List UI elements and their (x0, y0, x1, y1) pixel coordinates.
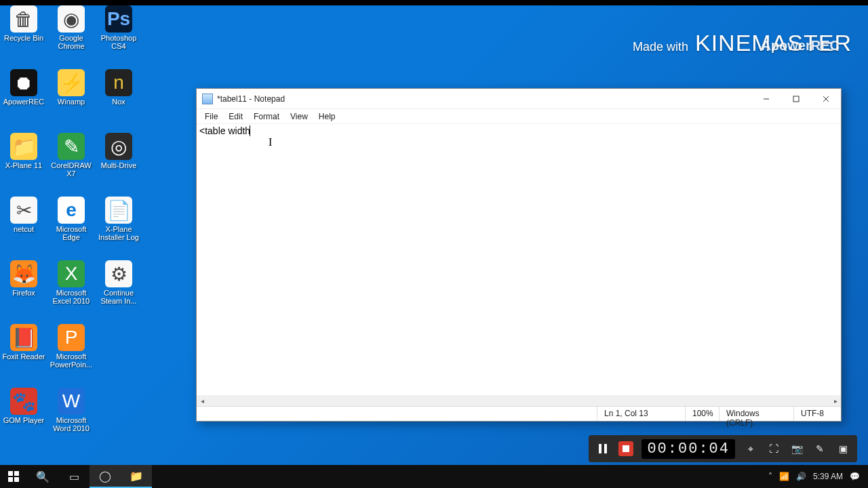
tray-notifications-icon[interactable]: 💬 (850, 472, 860, 481)
recorder-target-button[interactable]: ⌖ (743, 441, 758, 456)
desktop-icon-label: Foxit Reader (0, 352, 47, 361)
photoshop-cs4-icon: Ps (105, 5, 132, 33)
firefox-icon: 🦊 (10, 260, 37, 287)
desktop-icon-word-2010[interactable]: WMicrosoft Word 2010 (47, 388, 95, 432)
taskview-icon: ▭ (69, 470, 79, 483)
horizontal-scrollbar[interactable]: ◂ ▸ (197, 395, 841, 406)
stop-icon (623, 445, 629, 452)
desktop-icon-nox[interactable]: nNox (95, 69, 142, 106)
notepad-title: *tabel11 - Notepad (217, 94, 751, 104)
recorder-annotate-button[interactable]: ✎ (812, 441, 827, 456)
desktop-icon-powerpoint-2010[interactable]: PMicrosoft PowerPoin... (47, 324, 95, 369)
multi-drive-icon: ◎ (105, 133, 132, 160)
notepad-titlebar[interactable]: *tabel11 - Notepad (197, 89, 841, 109)
svg-rect-6 (623, 445, 629, 452)
desktop-icon-continue-steam[interactable]: ⚙Continue Steam In... (95, 260, 142, 305)
desktop-icon-recycle-bin[interactable]: 🗑Recycle Bin (0, 5, 47, 42)
target-icon: ⌖ (748, 443, 753, 455)
menu-edit[interactable]: Edit (223, 110, 248, 123)
desktop-icon-google-chrome[interactable]: ◉Google Chrome (47, 5, 95, 50)
taskbar-explorer-button[interactable]: 📁 (121, 465, 152, 488)
maximize-button[interactable] (781, 89, 811, 108)
system-tray[interactable]: ˄ 📶 🔊 5:39 AM 💬 (760, 472, 868, 481)
menu-view[interactable]: View (285, 110, 313, 123)
desktop-icon-label: X-Plane 11 (0, 161, 47, 169)
tray-clock[interactable]: 5:39 AM (813, 472, 843, 481)
desktop[interactable]: Made with KINEMASTER ApowerREC 🗑Recycle … (0, 5, 868, 465)
desktop-icon-apowerrec[interactable]: ⏺ApowerREC (0, 69, 47, 106)
recorder-toolbar[interactable]: 00:00:04 ⌖ ⛶ 📷 ✎ ▣ (589, 435, 857, 462)
search-icon: 🔍 (36, 470, 50, 483)
desktop-icon-label: netcut (0, 225, 47, 233)
desktop-icon-xplane11[interactable]: 📁X-Plane 11 (0, 133, 47, 169)
stop-button[interactable] (618, 441, 633, 456)
pencil-icon: ✎ (816, 443, 824, 454)
status-eol: Windows (CRLF) (719, 407, 793, 421)
pause-button[interactable] (595, 441, 610, 456)
desktop-icon-label: Microsoft Word 2010 (47, 416, 95, 432)
watermark: Made with KINEMASTER ApowerREC (633, 30, 852, 56)
scroll-right-icon[interactable]: ▸ (830, 395, 841, 406)
status-encoding: UTF-8 (793, 407, 841, 421)
winamp-icon: ⚡ (58, 69, 85, 96)
xplane-installer-log-icon: 📄 (105, 197, 132, 224)
menu-help[interactable]: Help (313, 110, 341, 123)
notepad-menubar: File Edit Format View Help (197, 109, 841, 124)
editor-content: <table width (199, 125, 250, 136)
status-caret-pos: Ln 1, Col 13 (597, 407, 685, 421)
notepad-window[interactable]: *tabel11 - Notepad File Edit Format View… (196, 88, 842, 422)
desktop-icon-gom-player[interactable]: 🐾GOM Player (0, 388, 47, 424)
desktop-icon-winamp[interactable]: ⚡Winamp (47, 69, 95, 106)
taskbar-cortana-button[interactable]: ◯ (90, 465, 121, 488)
folder-icon: 📁 (130, 470, 143, 483)
google-chrome-icon: ◉ (58, 5, 85, 33)
desktop-icon-photoshop-cs4[interactable]: PsPhotoshop CS4 (95, 5, 142, 50)
desktop-icon-xplane-installer-log[interactable]: 📄X-Plane Installer Log (95, 197, 142, 241)
pause-icon (599, 444, 607, 453)
taskbar-search-button[interactable]: 🔍 (27, 465, 58, 488)
svg-rect-4 (599, 444, 601, 453)
desktop-icon-coreldraw-x7[interactable]: ✎CorelDRAW X7 (47, 133, 95, 178)
desktop-icon-microsoft-edge[interactable]: eMicrosoft Edge (47, 197, 95, 241)
desktop-icon-label: Microsoft PowerPoin... (47, 352, 95, 369)
status-zoom: 100% (685, 407, 719, 421)
desktop-icon-label: GOM Player (0, 416, 47, 424)
desktop-icon-label: Winamp (47, 98, 95, 106)
desktop-icon-foxit-reader[interactable]: 📕Foxit Reader (0, 324, 47, 361)
windows-taskbar[interactable]: 🔍 ▭ ◯ 📁 ˄ 📶 🔊 5:39 AM 💬 (0, 465, 868, 488)
desktop-icon-label: CorelDRAW X7 (47, 161, 95, 178)
tray-chevron-icon[interactable]: ˄ (768, 472, 772, 481)
fullscreen-icon: ⛶ (769, 443, 778, 454)
window-buttons (751, 89, 841, 108)
minimize-button[interactable] (751, 89, 781, 108)
desktop-icon-netcut[interactable]: ✂netcut (0, 197, 47, 233)
coreldraw-x7-icon: ✎ (58, 133, 85, 160)
taskbar-taskview-button[interactable]: ▭ (58, 465, 90, 488)
svg-rect-5 (604, 444, 607, 453)
menu-format[interactable]: Format (248, 110, 285, 123)
cortana-icon: ◯ (99, 470, 111, 483)
apowerrec-icon: ⏺ (10, 69, 37, 96)
camera-icon: 📷 (791, 443, 803, 454)
svg-rect-1 (793, 96, 799, 102)
desktop-icon-excel-2010[interactable]: XMicrosoft Excel 2010 (47, 260, 95, 305)
notepad-text-area[interactable]: <table widthI (197, 124, 841, 395)
menu-file[interactable]: File (199, 110, 223, 123)
desktop-icon-firefox[interactable]: 🦊Firefox (0, 260, 47, 297)
tray-network-icon[interactable]: 📶 (779, 472, 789, 481)
minimize-icon (763, 96, 770, 102)
tray-volume-icon[interactable]: 🔊 (796, 472, 806, 481)
recorder-fullscreen-button[interactable]: ⛶ (766, 441, 781, 456)
scroll-left-icon[interactable]: ◂ (197, 395, 208, 406)
recorder-more-button[interactable]: ▣ (835, 441, 850, 456)
foxit-reader-icon: 📕 (10, 324, 37, 351)
panels-icon: ▣ (839, 443, 848, 454)
xplane11-icon: 📁 (10, 133, 37, 160)
recorder-screenshot-button[interactable]: 📷 (789, 441, 804, 456)
notepad-statusbar: Ln 1, Col 13 100% Windows (CRLF) UTF-8 (197, 406, 841, 421)
powerpoint-2010-icon: P (58, 324, 85, 351)
close-button[interactable] (811, 89, 841, 108)
desktop-icon-multi-drive[interactable]: ◎Multi-Drive (95, 133, 142, 169)
watermark-madewith: Made with (633, 40, 688, 54)
start-button[interactable] (0, 465, 27, 488)
